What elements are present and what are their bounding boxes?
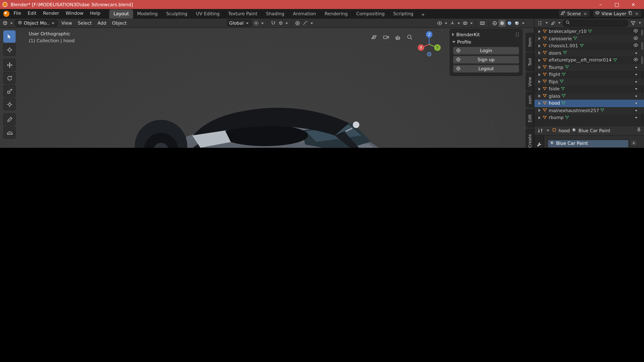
perspective-grid-icon[interactable] xyxy=(370,33,378,41)
mode-selector[interactable]: Object Mo.. xyxy=(15,20,58,27)
minimize-button[interactable]: – xyxy=(592,2,608,7)
expand-caret-icon[interactable] xyxy=(538,87,540,91)
collapse-chevron-icon[interactable] xyxy=(634,93,638,99)
menu-edit[interactable]: Edit xyxy=(24,9,40,18)
tool-measure[interactable] xyxy=(3,126,16,139)
copy-view-layer-icon[interactable] xyxy=(628,11,632,16)
zoom-icon[interactable] xyxy=(405,33,414,41)
editor-type-3d-viewport-icon[interactable] xyxy=(2,20,9,27)
workspace-tab-shading[interactable]: Shading xyxy=(262,9,289,18)
outliner-item-flight[interactable]: flight xyxy=(534,71,644,78)
expand-caret-icon[interactable] xyxy=(538,94,540,98)
tool-move[interactable] xyxy=(3,59,16,71)
panel-drag-handle-icon[interactable] xyxy=(516,32,519,36)
outliner-item-brakecaliper-r10[interactable]: brakecaliper_r10 xyxy=(534,28,644,35)
workspace-tab-animation[interactable]: Animation xyxy=(289,9,320,18)
outliner-item-hood[interactable]: hood xyxy=(534,100,644,107)
viewport-menu-select[interactable]: Select xyxy=(75,20,94,26)
menu-help[interactable]: Help xyxy=(87,9,104,18)
material-slot-expanded-steel[interactable]: Expanded Steel xyxy=(548,147,628,148)
show-gizmo-icon[interactable] xyxy=(449,20,456,27)
workspace-tab-layout[interactable]: Layout xyxy=(109,9,133,18)
expand-caret-icon[interactable] xyxy=(538,37,540,40)
scene-selector[interactable]: Scene × xyxy=(558,10,590,17)
expand-caret-icon[interactable] xyxy=(538,73,540,76)
menu-file[interactable]: File xyxy=(10,9,24,18)
add-workspace-button[interactable]: + xyxy=(418,10,428,18)
menu-render[interactable]: Render xyxy=(40,9,62,18)
snap-target-icon[interactable] xyxy=(278,20,284,27)
add-slot-button[interactable]: + xyxy=(630,140,637,146)
viewport-menu-view[interactable]: View xyxy=(58,20,75,26)
breadcrumb-object-name[interactable]: hood xyxy=(559,128,570,133)
blenderkit-logout-button[interactable]: Logout xyxy=(453,65,519,73)
proportional-falloff-icon[interactable] xyxy=(302,20,309,27)
sidebar-tab-create[interactable]: Create xyxy=(526,128,534,148)
sidebar-tab-edit[interactable]: Edit xyxy=(526,109,534,128)
expand-caret-icon[interactable] xyxy=(538,51,540,55)
editor-type-properties-icon[interactable] xyxy=(537,127,544,134)
tool-transform[interactable] xyxy=(3,98,16,110)
expand-caret-icon[interactable] xyxy=(538,30,540,33)
collapse-chevron-icon[interactable] xyxy=(634,101,638,106)
outliner-item-mainexhaustmesh257[interactable]: mainexhaustmesh257 xyxy=(534,107,644,114)
outliner-item-rbump[interactable]: rbump xyxy=(534,114,644,121)
remove-view-layer-icon[interactable]: × xyxy=(634,11,640,16)
outliner-item-fside[interactable]: fside xyxy=(534,85,644,92)
visibility-eye-icon[interactable] xyxy=(633,35,638,42)
navigation-axis-gizmo[interactable]: Z X Y xyxy=(416,30,443,57)
show-overlays-icon[interactable] xyxy=(462,20,469,27)
workspace-tab-scripting[interactable]: Scripting xyxy=(389,9,418,18)
expand-caret-icon[interactable] xyxy=(538,44,540,48)
sidebar-tab-tool[interactable]: Tool xyxy=(526,52,534,71)
blenderkit-panel-header[interactable]: BlenderKit xyxy=(452,31,520,38)
collapse-chevron-icon[interactable] xyxy=(634,86,638,92)
transform-orientation-selector[interactable]: Global xyxy=(227,20,252,27)
tool-cursor[interactable] xyxy=(3,43,16,56)
sidebar-tab-item[interactable]: Item xyxy=(526,33,534,52)
workspace-tab-texture-paint[interactable]: Texture Paint xyxy=(224,9,262,18)
shading-wireframe-icon[interactable] xyxy=(491,20,498,27)
snap-magnet-icon[interactable] xyxy=(270,20,277,27)
outliner-display-mode-icon[interactable] xyxy=(550,19,556,26)
outliner-item-glass[interactable]: glass xyxy=(534,92,644,100)
expand-caret-icon[interactable] xyxy=(538,59,540,62)
transform-pivot-icon[interactable] xyxy=(252,20,260,27)
outliner-item-carosserie[interactable]: carosserie xyxy=(534,35,644,42)
viewport-menu-object[interactable]: Object xyxy=(109,20,130,26)
outliner-item-efixturetype-eft-mirror014[interactable]: efixturetype__eft_mirror014 xyxy=(534,57,644,64)
tool-select-box[interactable] xyxy=(3,30,16,42)
collapse-chevron-icon[interactable] xyxy=(634,50,638,56)
3d-viewport[interactable]: User Orthographic (1) Collection | hood … xyxy=(0,28,534,148)
shading-material-preview-icon[interactable] xyxy=(506,20,513,27)
viewport-menu-add[interactable]: Add xyxy=(94,20,109,26)
workspace-tab-modeling[interactable]: Modeling xyxy=(133,9,162,18)
workspace-tab-rendering[interactable]: Rendering xyxy=(320,9,352,18)
xray-toggle-icon[interactable] xyxy=(479,20,486,27)
workspace-tab-compositing[interactable]: Compositing xyxy=(352,9,389,18)
outliner-search-input[interactable] xyxy=(563,19,628,26)
material-slot-blue-car-paint[interactable]: Blue Car Paint xyxy=(548,140,628,147)
outliner-filter-icon[interactable] xyxy=(630,19,636,26)
close-button[interactable]: × xyxy=(625,2,642,7)
expand-caret-icon[interactable] xyxy=(538,102,540,105)
workspace-tab-sculpting[interactable]: Sculpting xyxy=(162,9,192,18)
collapse-chevron-icon[interactable] xyxy=(634,108,638,113)
collapse-chevron-icon[interactable] xyxy=(634,115,638,120)
outliner-item-chassis1-001[interactable]: chassis1.001 xyxy=(534,42,644,49)
collapse-chevron-icon[interactable] xyxy=(634,79,638,84)
tool-rotate[interactable] xyxy=(3,72,16,84)
profile-section-header[interactable]: Profile xyxy=(452,38,520,45)
visibility-eye-icon[interactable] xyxy=(633,43,638,49)
editor-type-outliner-icon[interactable] xyxy=(536,19,544,26)
blender-logo-icon[interactable] xyxy=(3,10,10,16)
properties-tab-tool[interactable] xyxy=(534,140,544,148)
shading-solid-icon[interactable] xyxy=(498,20,506,27)
view-layer-selector[interactable]: View Layer × xyxy=(592,10,642,17)
tool-annotate[interactable] xyxy=(3,113,16,125)
workspace-tab-uv-editing[interactable]: UV Editing xyxy=(192,9,224,18)
visibility-eye-icon[interactable] xyxy=(633,28,638,35)
sidebar-tab-osm[interactable]: osm xyxy=(526,92,534,108)
collapse-chevron-icon[interactable] xyxy=(634,65,638,70)
outliner-item-flips[interactable]: flips xyxy=(534,78,644,85)
